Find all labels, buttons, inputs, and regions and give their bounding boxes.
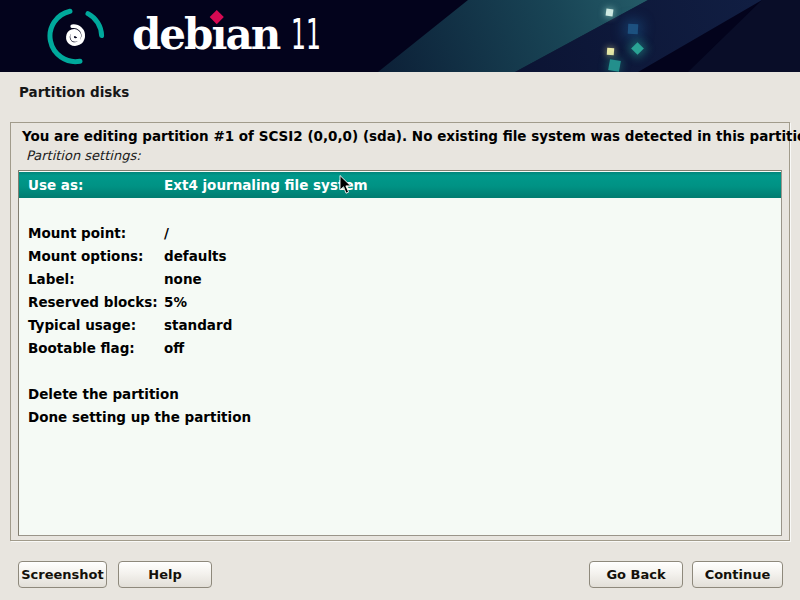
- list-item[interactable]: Delete the partition: [19, 382, 781, 405]
- banner-art-square: [607, 48, 614, 55]
- partition-info-frame: You are editing partition #1 of SCSI2 (0…: [10, 122, 790, 541]
- list-item[interactable]: Mount point: /: [19, 221, 781, 244]
- list-item-value: 5%: [164, 294, 187, 310]
- list-item-label: Mount options:: [28, 248, 164, 264]
- list-item-label: Delete the partition: [28, 386, 164, 402]
- partition-settings-label: Partition settings:: [26, 148, 789, 163]
- help-button[interactable]: Help: [118, 561, 212, 588]
- list-item[interactable]: Use as: Ext4 journaling file system: [19, 172, 781, 198]
- debian-version: 11: [291, 14, 321, 56]
- list-item-label: Done setting up the partition: [28, 409, 164, 425]
- list-item-value: /: [164, 225, 169, 241]
- debian-swirl-logo-icon: [46, 7, 108, 67]
- list-item[interactable]: Reserved blocks: 5%: [19, 290, 781, 313]
- list-item-value: defaults: [164, 248, 227, 264]
- brand-i: ı: [211, 14, 225, 56]
- brand-pre: deb: [132, 10, 211, 59]
- list-item-label: Bootable flag:: [28, 340, 164, 356]
- list-item-label: Mount point:: [28, 225, 164, 241]
- list-item[interactable]: Mount options: defaults: [19, 244, 781, 267]
- list-item: [19, 198, 781, 221]
- partition-info-message: You are editing partition #1 of SCSI2 (0…: [22, 128, 777, 144]
- list-item: [19, 359, 781, 382]
- list-item-value: Ext4 journaling file system: [164, 177, 368, 193]
- debian-installer-window: debıan11 Partition disks You are editing…: [0, 0, 800, 600]
- banner-art-square: [608, 59, 621, 72]
- list-item-value: off: [164, 340, 184, 356]
- continue-button[interactable]: Continue: [692, 561, 783, 588]
- list-item-label: Use as:: [28, 177, 164, 193]
- banner-art-square: [628, 24, 639, 35]
- list-item-value: none: [164, 271, 202, 287]
- list-item[interactable]: Done setting up the partition: [19, 405, 781, 428]
- list-item[interactable]: Label: none: [19, 267, 781, 290]
- list-item-label: Label:: [28, 271, 164, 287]
- go-back-button[interactable]: Go Back: [589, 561, 683, 588]
- list-item-value: standard: [164, 317, 232, 333]
- debian-wordmark: debıan11: [132, 14, 345, 56]
- banner: debıan11: [0, 0, 800, 72]
- page-title: Partition disks: [19, 84, 129, 100]
- list-item[interactable]: Bootable flag: off: [19, 336, 781, 359]
- brand-post: an: [225, 10, 279, 59]
- list-item[interactable]: Typical usage: standard: [19, 313, 781, 336]
- list-item-label: Reserved blocks:: [28, 294, 164, 310]
- banner-art-square: [606, 9, 614, 17]
- list-item-label: Typical usage:: [28, 317, 164, 333]
- screenshot-button[interactable]: Screenshot: [18, 561, 107, 588]
- partition-settings-list: Use as: Ext4 journaling file system Moun…: [18, 170, 782, 536]
